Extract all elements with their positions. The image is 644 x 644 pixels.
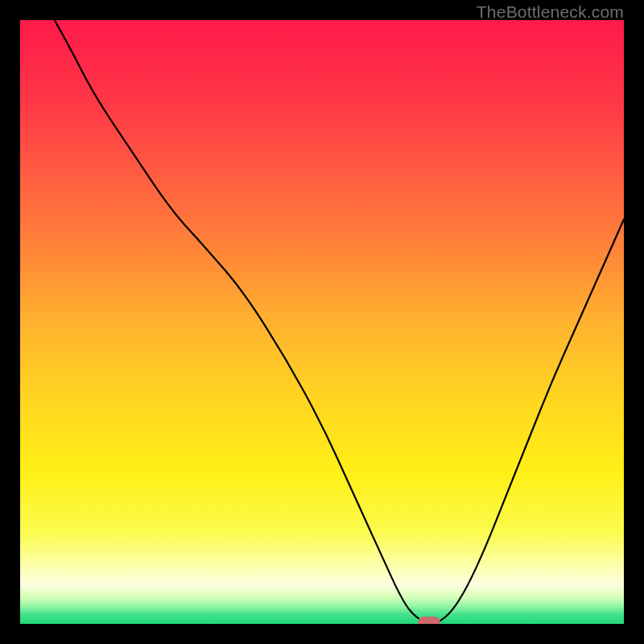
minimum-marker xyxy=(418,617,440,624)
plot-area xyxy=(20,20,624,624)
bottleneck-curve xyxy=(20,20,624,624)
outer-frame: TheBottleneck.com xyxy=(0,0,644,644)
watermark-text: TheBottleneck.com xyxy=(477,2,624,22)
